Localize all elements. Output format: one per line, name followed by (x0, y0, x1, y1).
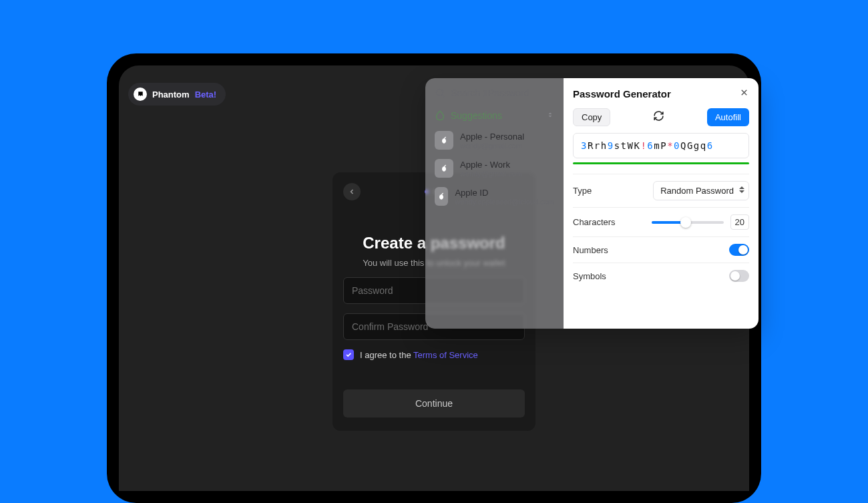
suggestion-item[interactable]: Apple - Workwendy@gmail.com (425, 154, 564, 182)
back-button[interactable] (343, 183, 361, 200)
apple-icon (435, 187, 448, 206)
characters-label: Characters (573, 217, 616, 227)
password-placeholder: Password (352, 285, 393, 296)
suggestion-item[interactable]: Apple IDwendy.appleseed@icloud.com (425, 182, 564, 210)
terms-prefix: I agree to the (360, 350, 413, 360)
app-header-pill: Phantom Beta! (128, 83, 226, 106)
confirm-password-placeholder: Confirm Password (352, 321, 428, 332)
suggestion-title: Apple - Work (460, 160, 522, 170)
svg-point-0 (437, 90, 443, 96)
copy-label: Copy (582, 112, 602, 122)
copy-button[interactable]: Copy (573, 108, 610, 126)
apple-icon (435, 131, 453, 150)
terms-row: I agree to the Terms of Service (343, 349, 525, 360)
type-select[interactable]: Random Password (653, 181, 749, 200)
suggestion-email: wendy@gmail.com (460, 170, 522, 178)
suggestions-header[interactable]: Suggestions (425, 105, 564, 126)
slider-thumb[interactable] (680, 217, 691, 228)
suggestion-title: Apple - Personal (460, 132, 524, 142)
refresh-icon (653, 110, 664, 122)
continue-label: Continue (415, 398, 453, 409)
leaf-icon (435, 110, 445, 121)
search-row[interactable]: Search 1Password (425, 85, 564, 105)
suggestions-panel: Search 1Password Suggestions Apple - Per… (425, 78, 564, 329)
suggestion-title: Apple ID (455, 188, 554, 198)
password-generator-panel: Password Generator Copy Autofill 3Rrh9st… (564, 78, 758, 329)
terms-checkbox[interactable] (343, 349, 354, 360)
close-button[interactable] (739, 88, 749, 100)
onepassword-popup: Search 1Password Suggestions Apple - Per… (425, 78, 758, 329)
numbers-toggle[interactable] (729, 244, 749, 256)
type-label: Type (573, 186, 592, 196)
suggestions-label: Suggestions (451, 110, 502, 121)
characters-slider[interactable] (652, 221, 724, 224)
phantom-logo-icon (134, 88, 147, 101)
refresh-button[interactable] (653, 110, 664, 124)
search-icon (435, 88, 445, 98)
suggestion-item[interactable]: Apple - Personalwendy@gmail.com (425, 126, 564, 154)
tos-link[interactable]: Terms of Service (413, 350, 478, 360)
autofill-button[interactable]: Autofill (707, 108, 749, 126)
apple-icon (435, 159, 453, 178)
generator-title: Password Generator (573, 88, 671, 100)
autofill-label: Autofill (715, 112, 741, 122)
app-name: Phantom (152, 90, 190, 100)
generated-password-display[interactable]: 3Rrh9stWK!6mP*0QGgq6 (573, 133, 749, 158)
symbols-toggle[interactable] (729, 270, 749, 282)
numbers-label: Numbers (573, 245, 608, 255)
suggestion-email: wendy@gmail.com (460, 142, 524, 150)
sort-icon[interactable] (546, 110, 554, 121)
suggestion-email: wendy.appleseed@icloud.com (455, 198, 554, 206)
app-beta-tag: Beta! (195, 90, 217, 100)
password-strength-bar (573, 162, 749, 164)
continue-button[interactable]: Continue (343, 389, 525, 417)
type-value: Random Password (660, 186, 734, 196)
close-icon (739, 88, 749, 98)
search-placeholder: Search 1Password (451, 88, 529, 98)
symbols-label: Symbols (573, 271, 606, 281)
characters-value[interactable]: 20 (730, 214, 749, 230)
